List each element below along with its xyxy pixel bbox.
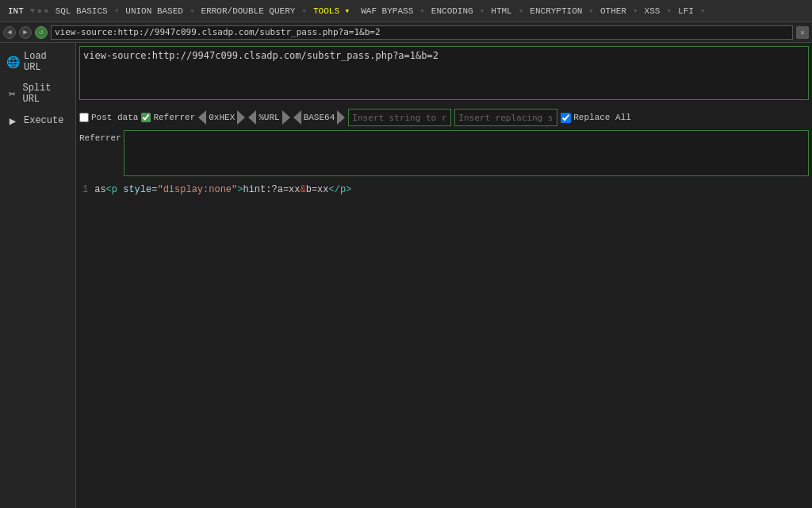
nav-sep-2: ▾ <box>114 6 120 16</box>
nav-dot-1: ● <box>36 6 42 16</box>
split-url-button[interactable]: ✂ Split URL <box>0 78 75 110</box>
split-url-label: Split URL <box>22 83 69 105</box>
nav-sep-7: ▾ <box>519 6 524 16</box>
nav-item-html[interactable]: HTML <box>486 5 516 17</box>
base64-arrow-group: BASE64 <box>293 110 346 125</box>
code-open-tag: <p <box>106 184 117 195</box>
hex-arrow-group: 0xHEX <box>198 110 245 125</box>
code-b-text: b=xx <box>306 184 329 195</box>
nav-item-lfi[interactable]: LFI <box>673 5 699 17</box>
content-area: view-source:http://9947c099.clsadp.com/s… <box>76 43 812 508</box>
hex-label: 0xHEX <box>207 113 236 122</box>
code-attr-value: "display:none" <box>157 184 237 195</box>
base64-arrow-right[interactable] <box>337 110 345 125</box>
insert-replacing-input[interactable] <box>454 109 557 126</box>
nav-item-encryption[interactable]: ENCRYPTION <box>525 5 587 17</box>
load-url-label: Load URL <box>24 51 69 73</box>
post-data-checkbox[interactable] <box>79 113 89 122</box>
url-textarea[interactable]: view-source:http://9947c099.clsadp.com/s… <box>79 46 809 100</box>
replace-all-checkbox[interactable] <box>561 113 571 123</box>
nav-separator-1: ▼ <box>30 6 36 16</box>
load-url-icon: 🌐 <box>6 56 19 68</box>
base64-label: BASE64 <box>302 113 337 122</box>
nav-item-encoding[interactable]: ENCODING <box>427 5 478 17</box>
forward-button[interactable]: ▶ <box>19 26 32 39</box>
nav-sep-3: ▾ <box>190 6 195 16</box>
url-encode-arrow-left[interactable] <box>248 110 256 125</box>
referrer-section-label: Referrer <box>79 130 124 143</box>
insert-string-input[interactable] <box>348 109 451 126</box>
execute-icon: ▶ <box>6 114 19 127</box>
base64-arrow-left[interactable] <box>293 110 301 125</box>
execute-label: Execute <box>24 115 63 126</box>
line-number: 1 <box>82 184 88 195</box>
nav-sep-10: ▾ <box>666 6 672 16</box>
post-data-label: Post data <box>91 113 138 122</box>
code-output: 1as<p style="display:none">hint:?a=xx&b=… <box>76 178 812 202</box>
code-as-text: as <box>94 184 105 195</box>
url-encode-arrow-right[interactable] <box>282 110 290 125</box>
nav-sep-6: ▾ <box>480 6 485 16</box>
nav-sep-8: ▾ <box>588 6 594 16</box>
referrer-section: Referrer <box>76 129 812 178</box>
code-close-tag: </p> <box>329 184 352 195</box>
nav-sep-9: ▾ <box>633 6 638 16</box>
hex-arrow-right[interactable] <box>237 110 245 125</box>
code-hint-text: hint:?a=xx <box>243 184 300 195</box>
replace-all-checkbox-label[interactable]: Replace All <box>561 113 631 123</box>
nav-sep-11: ▾ <box>700 6 706 16</box>
address-input[interactable] <box>51 25 793 40</box>
nav-item-other[interactable]: OTHER <box>596 5 631 17</box>
referrer-textarea[interactable] <box>124 130 809 176</box>
nav-item-tools[interactable]: TOOLS ▾ <box>308 4 354 17</box>
nav-item-waf-bypass[interactable]: WAF BYPASS <box>356 5 418 17</box>
load-url-button[interactable]: 🌐 Load URL <box>0 46 75 78</box>
url-encode-arrow-group: %URL <box>248 110 289 125</box>
execute-button[interactable]: ▶ Execute <box>0 110 75 132</box>
referrer-checkbox-label[interactable]: Referrer <box>141 113 195 122</box>
referrer-checkbox[interactable] <box>141 113 151 122</box>
nav-item-sql-basics[interactable]: SQL BASICS <box>51 5 113 17</box>
sidebar: 🌐 Load URL ✂ Split URL ▶ Execute <box>0 43 76 508</box>
code-entity-amp: & <box>300 184 305 195</box>
nav-sep-5: ▾ <box>419 6 425 16</box>
split-url-icon: ✂ <box>6 87 17 100</box>
nav-dot-2: ● <box>44 6 49 16</box>
code-attr-style: style <box>123 184 151 195</box>
hex-arrow-left[interactable] <box>198 110 206 125</box>
referrer-label-toolbar: Referrer <box>153 113 195 122</box>
nav-item-xss[interactable]: XSS <box>640 5 665 17</box>
toolbar-row: Post data Referrer 0xHEX %URL <box>76 106 812 129</box>
nav-sep-4: ▾ <box>301 6 307 16</box>
nav-item-error-double[interactable]: ERROR/DOUBLE QUERY <box>197 5 301 17</box>
address-bar-row: ◀ ▶ ↺ ✕ <box>0 22 812 43</box>
nav-item-int[interactable]: INT <box>3 5 29 17</box>
reload-button[interactable]: ↺ <box>35 26 48 39</box>
main-layout: 🌐 Load URL ✂ Split URL ▶ Execute view-so… <box>0 43 812 508</box>
top-navigation: INT ▼ ● ● SQL BASICS ▾ UNION BASED ▾ ERR… <box>0 0 812 22</box>
back-button[interactable]: ◀ <box>3 26 16 39</box>
nav-item-union-based[interactable]: UNION BASED <box>121 5 188 17</box>
url-encode-label: %URL <box>257 113 281 122</box>
replace-all-label-text: Replace All <box>573 113 631 122</box>
post-data-checkbox-label[interactable]: Post data <box>79 113 138 122</box>
address-close-button[interactable]: ✕ <box>796 26 809 39</box>
url-input-area: view-source:http://9947c099.clsadp.com/s… <box>76 43 812 106</box>
